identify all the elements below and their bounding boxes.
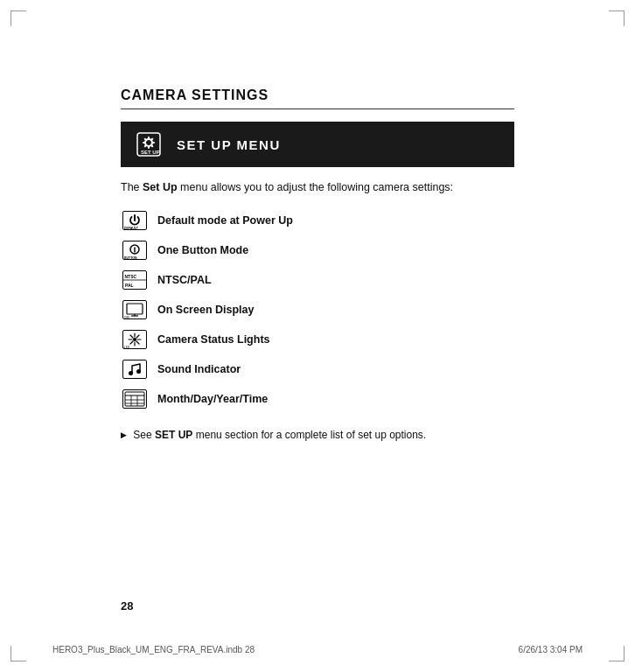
setup-banner-icon: SET UP — [133, 129, 164, 160]
footer: HERO3_Plus_Black_UM_ENG_FRA_REVA.indb 28… — [0, 645, 635, 654]
svg-point-28 — [133, 338, 136, 341]
see-prefix: See — [133, 429, 155, 441]
footer-left: HERO3_Plus_Black_UM_ENG_FRA_REVA.indb 28 — [52, 645, 255, 654]
ntsc-pal-label: NTSC/PAL — [157, 274, 212, 286]
one-button-label: One Button Mode — [157, 244, 248, 256]
page-number: 28 — [121, 599, 133, 612]
setup-banner: SET UP SET UP MENU — [121, 122, 514, 167]
svg-rect-41 — [123, 389, 147, 408]
see-setup-note: See SET UP menu section for a complete l… — [121, 427, 514, 443]
sound-icon — [121, 359, 149, 380]
osd-label: On Screen Display — [157, 304, 254, 316]
default-mode-label: Default mode at Power Up — [157, 214, 293, 227]
calendar-icon — [121, 388, 149, 410]
svg-text:BUTTON: BUTTON — [124, 256, 137, 260]
list-item: NTSC PAL NTSC/PAL — [121, 270, 514, 290]
status-lights-label: Camera Status Lights — [157, 333, 270, 346]
footer-right: 6/26/13 3:04 PM — [519, 645, 583, 654]
see-suffix: menu section for a complete list of set … — [192, 429, 426, 441]
svg-text:OSD: OSD — [124, 316, 130, 319]
one-button-icon: BUTTON — [121, 240, 149, 261]
intro-prefix: The — [121, 181, 143, 193]
default-mode-icon: DEFAULT — [121, 210, 149, 231]
svg-text:DEFAULT: DEFAULT — [124, 227, 139, 230]
intro-text: The Set Up menu allows you to adjust the… — [121, 179, 514, 196]
main-content: CAMERA SETTINGS SET UP SET UP MENU — [121, 88, 514, 443]
corner-mark-tr — [609, 10, 625, 26]
list-item: Sound Indicator — [121, 359, 514, 380]
svg-rect-38 — [123, 360, 147, 378]
svg-point-40 — [136, 369, 141, 374]
svg-point-39 — [129, 371, 133, 375]
list-item: OSD On Screen Display — [121, 299, 514, 320]
svg-text:-LED: -LED — [123, 346, 130, 349]
svg-text:PAL: PAL — [125, 283, 134, 288]
ntsc-pal-icon: NTSC PAL — [121, 270, 149, 290]
corner-mark-tl — [10, 10, 26, 26]
list-item: -LED Camera Status Lights — [121, 329, 514, 350]
sound-indicator-label: Sound Indicator — [157, 363, 241, 375]
section-title: CAMERA SETTINGS — [121, 88, 514, 109]
see-bold: SET UP — [155, 429, 192, 441]
intro-suffix: menu allows you to adjust the following … — [178, 181, 453, 193]
list-item: BUTTON One Button Mode — [121, 240, 514, 261]
svg-text:NTSC: NTSC — [125, 274, 137, 279]
setup-banner-label: SET UP MENU — [177, 137, 281, 152]
date-time-label: Month/Day/Year/Time — [157, 393, 268, 405]
setup-svg-icon: SET UP — [135, 130, 163, 158]
list-item: DEFAULT Default mode at Power Up — [121, 210, 514, 231]
svg-line-6 — [145, 139, 146, 140]
svg-line-8 — [151, 139, 152, 140]
svg-line-9 — [145, 145, 146, 146]
list-item: Month/Day/Year/Time — [121, 388, 514, 410]
status-lights-icon: -LED — [121, 329, 149, 350]
svg-line-7 — [151, 145, 152, 146]
osd-icon: OSD — [121, 299, 149, 320]
menu-items-list: DEFAULT Default mode at Power Up BUTTON … — [121, 210, 514, 410]
intro-bold: Set Up — [143, 181, 178, 193]
svg-text:SET UP: SET UP — [141, 150, 160, 155]
